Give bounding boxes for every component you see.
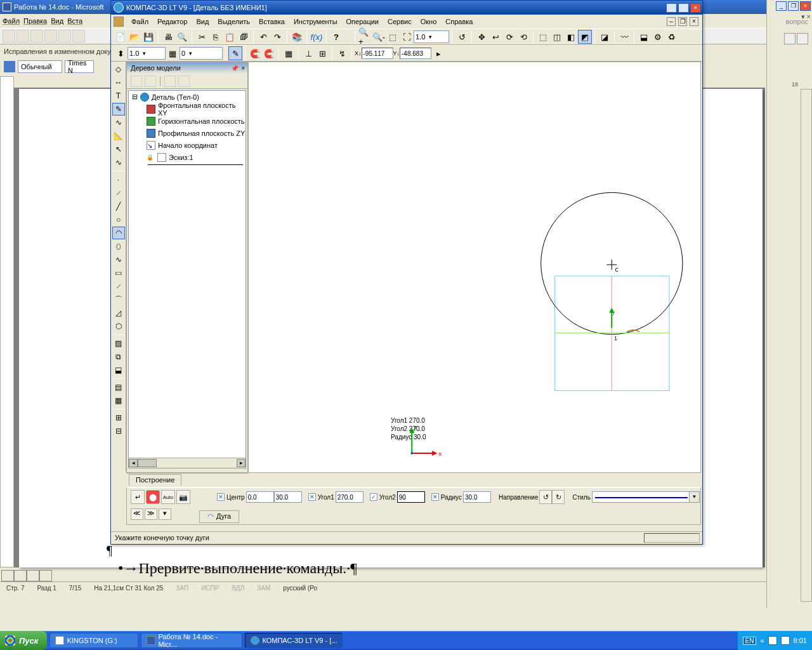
rectangle-icon[interactable]: ▭: [112, 267, 125, 279]
bezier-icon[interactable]: ∿: [112, 253, 125, 266]
angle1-check[interactable]: ✕: [308, 493, 316, 501]
system-tray[interactable]: EN « 8:01: [738, 631, 812, 650]
toolbar-icon[interactable]: [797, 33, 808, 44]
tree-item-origin[interactable]: Начало координат: [129, 139, 246, 151]
print-icon[interactable]: [44, 30, 57, 43]
word-view-buttons[interactable]: [1, 570, 52, 581]
redo-icon[interactable]: ↷: [270, 30, 284, 44]
tray-icon-1[interactable]: [768, 636, 777, 645]
taskbar-item-kompas[interactable]: КОМПАС-3D LT V9 - [...: [245, 633, 343, 648]
tree-toolbar[interactable]: [127, 74, 247, 89]
outer-window-controls[interactable]: _ ❐ ×: [776, 1, 811, 11]
clock[interactable]: 8:01: [794, 637, 807, 644]
tools2-icon[interactable]: ⚙: [651, 30, 665, 44]
polyline-icon[interactable]: ⟋: [112, 280, 125, 293]
menu-window[interactable]: Окно: [417, 17, 441, 27]
hidden-icon[interactable]: ◫: [550, 30, 564, 44]
angle1-input[interactable]: [336, 491, 363, 503]
pin-icon[interactable]: 📌: [231, 65, 239, 72]
geometry-icon[interactable]: ◇: [112, 63, 125, 76]
library-icon[interactable]: 📚: [290, 30, 304, 44]
state-icon[interactable]: ⬍: [114, 46, 128, 60]
print-view-icon[interactable]: [27, 570, 39, 581]
pan-icon[interactable]: ✥: [475, 30, 488, 44]
word-menu-insert[interactable]: Вста: [67, 17, 82, 25]
edit-icon[interactable]: ✎: [112, 103, 125, 116]
grid-icon[interactable]: ▦: [282, 46, 296, 60]
tray-icon-2[interactable]: [781, 636, 790, 645]
ellipse-icon[interactable]: ⬯: [112, 240, 125, 253]
tree-view-icon[interactable]: [131, 76, 142, 87]
spell-icon[interactable]: [72, 30, 85, 43]
local-cs-icon[interactable]: ↯: [335, 46, 349, 60]
taskbar[interactable]: Пуск KINGSTON (G:) Работа № 14.doc - Mic…: [0, 631, 812, 650]
zoom-prev-icon[interactable]: ↩: [488, 30, 502, 44]
chamfer-icon[interactable]: ◿: [112, 307, 125, 319]
property-tab-arc[interactable]: ◠Дуга: [199, 510, 239, 523]
nav-next-icon[interactable]: ≫: [145, 508, 157, 520]
nav-menu-icon[interactable]: ▾: [159, 508, 171, 520]
wireframe-icon[interactable]: ⬚: [536, 30, 550, 44]
nav-first-icon[interactable]: ≪: [131, 508, 143, 520]
drawing-canvas[interactable]: y x y Угол1 270.0 Угол2 270.0 Радиус 30.…: [248, 62, 701, 473]
help-icon[interactable]: ?: [329, 30, 343, 44]
help-search-placeholder[interactable]: вопрос: [785, 18, 808, 25]
stop-button[interactable]: ⬤: [146, 490, 160, 504]
radius-check[interactable]: ✕: [431, 493, 439, 501]
table1-icon[interactable]: ▤: [112, 381, 125, 394]
minimize-button[interactable]: _: [776, 1, 787, 11]
redraw-icon[interactable]: ⟳: [502, 30, 516, 44]
shaded-edges-icon[interactable]: ◩: [578, 30, 592, 44]
magnet-off-icon[interactable]: 🧲: [262, 46, 276, 60]
cut-icon[interactable]: ✂: [195, 30, 209, 44]
menu-service[interactable]: Сервис: [384, 17, 416, 27]
sketch-mode-icon[interactable]: ✎: [228, 46, 242, 60]
save-icon[interactable]: 💾: [141, 30, 155, 44]
tree-cfg2-icon[interactable]: [178, 76, 190, 87]
angle2-check[interactable]: ✓: [370, 493, 377, 501]
shaded-icon[interactable]: ◧: [564, 30, 578, 44]
kompas-maximize-button[interactable]: □: [678, 3, 689, 13]
tree-item-xy-plane[interactable]: Фронтальная плоскость XY: [129, 103, 246, 115]
spline-icon[interactable]: ∿: [112, 156, 125, 169]
tree-close-icon[interactable]: ×: [241, 65, 245, 72]
save-icon[interactable]: [30, 30, 43, 43]
tree-mode-icon[interactable]: [145, 76, 156, 87]
model-tree-panel[interactable]: Дерево модели 📌× ⊟ Деталь (Тел-0) Фронта…: [126, 62, 248, 473]
tree-item-zy-plane[interactable]: Профильная плоскость ZY: [129, 127, 246, 139]
restore-button[interactable]: ❐: [788, 1, 799, 11]
kompas-minimize-button[interactable]: _: [666, 3, 677, 13]
circle-icon[interactable]: ○: [112, 213, 125, 226]
word-vscrollbar[interactable]: [801, 89, 812, 602]
layer-icon[interactable]: ▦: [166, 46, 180, 60]
create-button[interactable]: ↵: [131, 490, 145, 504]
tree-hscrollbar[interactable]: ◂ ▸: [129, 458, 246, 468]
child-close-button[interactable]: ×: [690, 17, 698, 26]
style-dropdown[interactable]: Обычный: [18, 60, 62, 73]
tree-tab-row[interactable]: Построение: [126, 473, 248, 486]
line-style-dropdown[interactable]: ▼: [592, 491, 700, 503]
layer-dropdown[interactable]: 0▼: [180, 47, 223, 60]
zoom-in-icon[interactable]: 🔍+: [358, 30, 372, 44]
center-y-input[interactable]: [274, 491, 302, 503]
kompas-title-bar[interactable]: КОМПАС-3D LT V9 - [Деталь БЕЗ ИМЕНИ1] _ …: [111, 1, 702, 15]
tree-item-xz-plane[interactable]: Горизонтальная плоскость: [129, 115, 246, 127]
coord-x-field[interactable]: -95.117: [362, 48, 393, 59]
magnet-on-icon[interactable]: 🧲: [248, 46, 262, 60]
lang-indicator[interactable]: EN: [743, 637, 757, 645]
outline-view-icon[interactable]: [39, 570, 52, 581]
tree-body[interactable]: ⊟ Деталь (Тел-0) Фронтальная плоскость X…: [128, 90, 246, 468]
tree-title-bar[interactable]: Дерево модели 📌×: [127, 62, 247, 74]
dir-ccw-icon[interactable]: ↺: [539, 490, 552, 504]
tree-item-sketch[interactable]: 🔒Эскиз:1: [129, 151, 246, 163]
fillet-icon[interactable]: ⌒: [112, 293, 125, 306]
menu-insert[interactable]: Вставка: [255, 17, 289, 27]
taskbar-item-kingston[interactable]: KINGSTON (G:): [49, 633, 138, 648]
menu-view[interactable]: Вид: [192, 17, 213, 27]
child-restore-button[interactable]: ❐: [678, 17, 687, 26]
word-menu-view[interactable]: Вид: [51, 17, 63, 25]
child-minimize-button[interactable]: –: [667, 17, 676, 26]
rotate-icon[interactable]: ↺: [455, 30, 469, 44]
new-icon[interactable]: 📄: [114, 30, 128, 44]
new-doc-icon[interactable]: [3, 30, 15, 43]
